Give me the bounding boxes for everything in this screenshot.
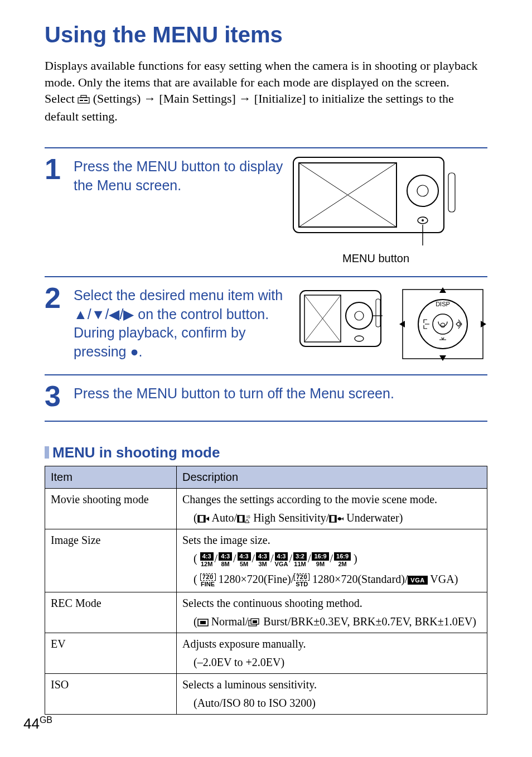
ratio-chip: 4:3VGA [275, 552, 288, 567]
table-row: EV Adjusts exposure manually. (–2.0EV to… [45, 633, 487, 673]
page-suffix: GB [40, 715, 52, 725]
subheading-shooting: MENU in shooting mode [45, 444, 487, 461]
ratios-line: ( 4:312M/4:38M/4:35M/4:33M/4:3VGA/3:211M… [182, 552, 481, 567]
svg-rect-34 [204, 515, 205, 522]
ratio-chip: 4:33M [256, 552, 269, 567]
table-row: Image Size Sets the image size. ( 4:312M… [45, 529, 487, 592]
menu-table: Item Description Movie shooting mode Cha… [45, 466, 487, 715]
movie-auto-icon [197, 512, 210, 524]
step-1: 1 Press the MENU button to display the M… [45, 147, 487, 276]
separator: / [288, 552, 293, 565]
desc-main: Changes the settings according to the mo… [182, 493, 437, 505]
step-1-figure: MENU button [292, 156, 460, 265]
svg-rect-2 [80, 100, 83, 101]
camera-back-icon [292, 156, 460, 250]
page-title: Using the MENU items [45, 22, 487, 47]
separator: / [214, 552, 219, 565]
ratio-chip: 16:92M [334, 552, 351, 567]
step-1-text: Press the MENU button to display the Men… [74, 156, 286, 195]
dpad-symbols: ▲/▼/◀/▶ [74, 306, 134, 322]
svg-rect-1 [81, 95, 86, 98]
svg-rect-48 [253, 620, 257, 623]
movie-hs-icon: ISO [237, 512, 250, 524]
separator: / [329, 552, 335, 565]
desc-main: Sets the image size. [182, 534, 270, 546]
ratio-chip: 4:35M [238, 552, 251, 567]
separator: / [307, 552, 312, 565]
svg-text:ISO: ISO [246, 515, 250, 519]
separator: / [269, 552, 275, 565]
table-header: Item Description [45, 466, 487, 488]
rec-burst: Burst/BRK±0.3EV, BRK±0.7EV, BRK±1.0EV [263, 615, 472, 628]
movie-size-chip: 720FINE [200, 573, 216, 587]
desc-main: Selects a luminous sensitivity. [182, 678, 317, 691]
subhead-bar-icon [45, 446, 49, 459]
page-number: 44GB [23, 715, 52, 732]
ratio-chip: 16:99M [312, 552, 328, 567]
th-description: Description [177, 466, 487, 488]
movie-size-label: 1280×720(Standard)/ [309, 573, 408, 585]
toolbox-settings-icon [78, 91, 90, 108]
cell-item: ISO [45, 673, 177, 714]
intro-settings: (Settings) [93, 91, 144, 105]
cell-desc: Changes the settings according to the mo… [177, 488, 487, 529]
page-num: 44 [23, 715, 40, 732]
subhead-text: MENU in shooting mode [52, 444, 220, 461]
step-3-text: Press the MENU button to turn off the Me… [74, 383, 487, 403]
svg-rect-3 [84, 100, 88, 101]
sub-hs: High Sensitivity/ [253, 512, 329, 524]
arrow-right-icon: → [144, 91, 156, 105]
movie-uw-icon [329, 512, 344, 524]
svg-rect-38 [243, 515, 244, 522]
desc-main: Selects the continuous shooting method. [182, 597, 362, 609]
step-3: 3 Press the MENU button to turn off the … [45, 374, 487, 422]
svg-point-19 [355, 311, 364, 320]
ratio-chip: 4:312M [200, 552, 214, 567]
camera-back-small-icon [299, 285, 383, 358]
step-number-1: 1 [45, 156, 67, 182]
sub-uw: Underwater [346, 512, 399, 524]
step-2-text: Select the desired menu item with ▲/▼/◀/… [74, 285, 292, 361]
svg-rect-45 [200, 621, 206, 624]
svg-rect-42 [330, 515, 331, 522]
center-dot-icon: ● [130, 344, 138, 359]
step-2: 2 Select the desired menu item with ▲/▼/… [45, 276, 487, 374]
cell-item: EV [45, 633, 177, 673]
table-row: REC Mode Selects the continuous shooting… [45, 592, 487, 633]
vga-label: VGA) [428, 573, 458, 585]
cell-desc: Selects a luminous sensitivity. (Auto/IS… [177, 673, 487, 714]
svg-marker-30 [399, 321, 405, 327]
cell-desc: Sets the image size. ( 4:312M/4:38M/4:35… [177, 529, 487, 592]
cell-item: Image Size [45, 529, 177, 592]
cell-item: Movie shooting mode [45, 488, 177, 529]
step-number-2: 2 [45, 285, 67, 311]
ratio-chip: 3:211M [293, 552, 307, 567]
desc-main: Adjusts exposure manually. [182, 638, 306, 650]
svg-rect-33 [198, 515, 200, 522]
cell-desc: Adjusts exposure manually. (–2.0EV to +2… [177, 633, 487, 673]
rec-normal-icon [197, 615, 209, 628]
intro-line2a: Select [45, 91, 78, 105]
svg-point-25 [433, 314, 453, 334]
sub-auto: Auto/ [212, 512, 238, 524]
cell-item: REC Mode [45, 592, 177, 633]
intro-paragraph: Displays available functions for easy se… [45, 57, 487, 125]
svg-marker-40 [245, 519, 249, 523]
svg-text:DISP: DISP [436, 301, 450, 307]
svg-rect-21 [376, 299, 380, 327]
separator: / [251, 552, 257, 565]
desc-sub: (Auto/ISO 80 to ISO 3200) [182, 697, 481, 710]
desc-sub: ( Normal/ Burst/BRK±0.3EV, BRK±0.7EV, BR… [182, 615, 481, 628]
svg-point-9 [417, 185, 428, 196]
control-wheel-icon: DISP [398, 285, 487, 363]
svg-rect-37 [238, 515, 239, 522]
vga-chip: VGA [408, 576, 427, 585]
svg-rect-43 [335, 515, 336, 522]
table-row: ISO Selects a luminous sensitivity. (Aut… [45, 673, 487, 714]
intro-main-settings: [Main Settings] [159, 91, 239, 105]
arrow-right-icon: → [239, 91, 251, 105]
desc-sub: ( Auto/ISO High Sensitivity/ Underwater) [182, 512, 481, 524]
rec-burst-icon [248, 615, 260, 628]
th-item: Item [45, 466, 177, 488]
table-row: Movie shooting mode Changes the settings… [45, 488, 487, 529]
